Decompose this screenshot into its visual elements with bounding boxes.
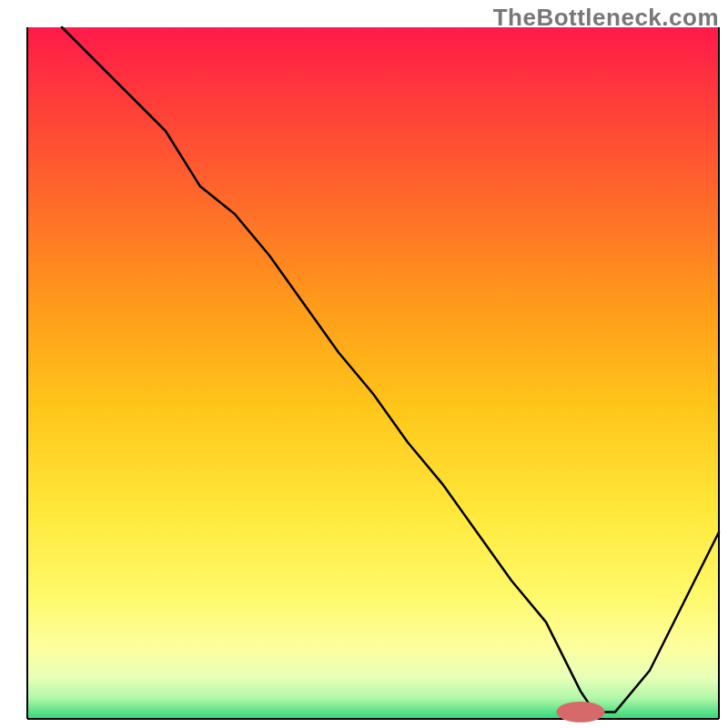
bottleneck-chart [0, 0, 728, 728]
optimal-marker [556, 702, 604, 723]
gradient-area [27, 27, 719, 719]
watermark-text: TheBottleneck.com [493, 4, 719, 32]
chart-container: TheBottleneck.com [0, 0, 728, 728]
